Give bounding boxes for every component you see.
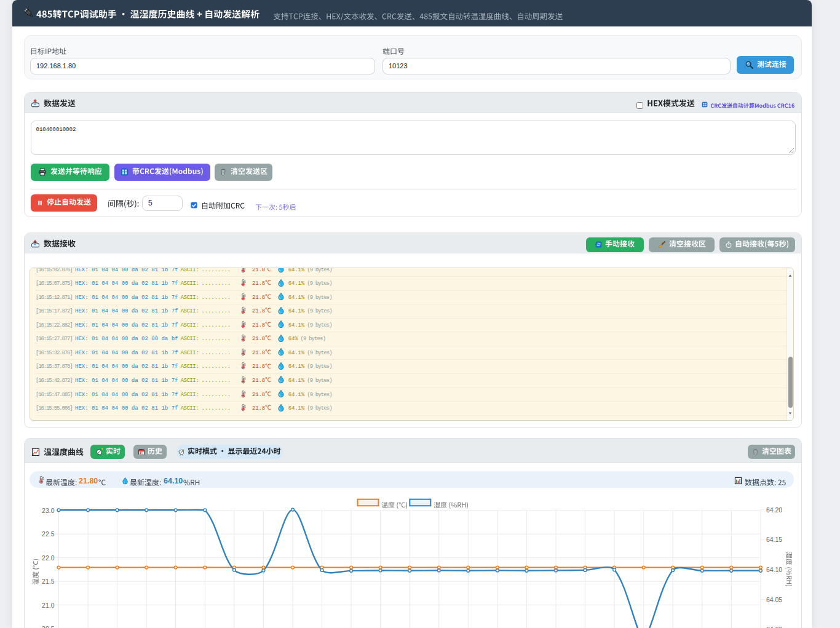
svg-text:64.20: 64.20 xyxy=(766,506,782,514)
svg-text:23.0: 23.0 xyxy=(42,507,55,514)
svg-text:64.05: 64.05 xyxy=(766,596,782,603)
svg-text:22.5: 22.5 xyxy=(42,530,55,538)
svg-text:64.10: 64.10 xyxy=(766,566,782,573)
svg-text:21.5: 21.5 xyxy=(42,578,55,585)
svg-text:64.15: 64.15 xyxy=(766,536,782,543)
svg-text:21.0: 21.0 xyxy=(42,602,55,609)
svg-text:20.5: 20.5 xyxy=(42,625,55,628)
svg-text:64.00: 64.00 xyxy=(766,626,782,628)
svg-text:22.0: 22.0 xyxy=(42,554,55,562)
